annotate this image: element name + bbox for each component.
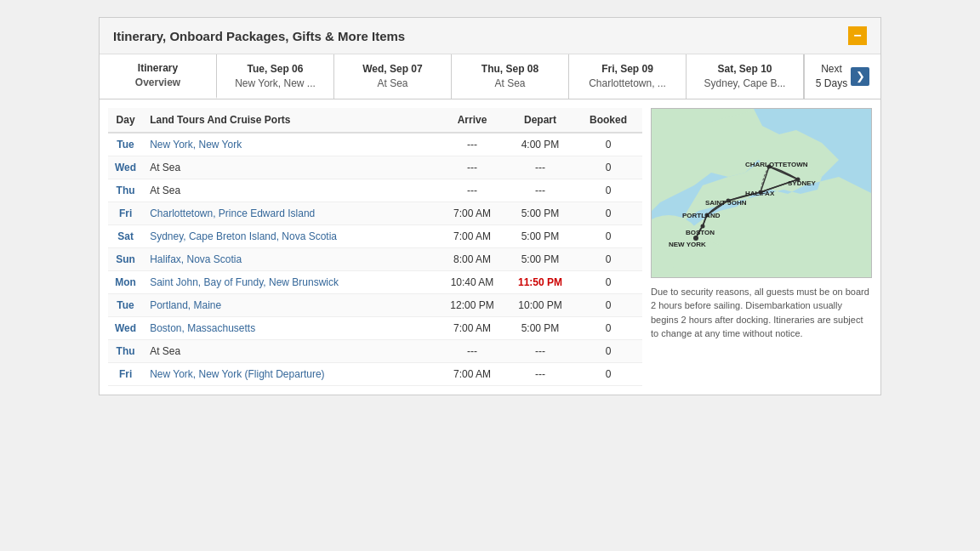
port-cell[interactable]: Halifax, Nova Scotia	[143, 247, 438, 270]
tab-line2: Charlottetown, ...	[574, 77, 681, 91]
port-cell[interactable]: New York, New York (Flight Departure)	[143, 362, 438, 385]
arrive-cell: ---	[438, 133, 506, 156]
arrive-cell: 7:00 AM	[438, 202, 506, 224]
svg-point-2	[701, 224, 705, 228]
tab-line2: At Sea	[339, 77, 446, 91]
depart-cell: 5:00 PM	[506, 316, 574, 339]
port-cell[interactable]: New York, New York	[143, 133, 438, 156]
day-cell: Sat	[108, 224, 143, 247]
svg-text:SYDNEY: SYDNEY	[788, 179, 817, 187]
arrive-cell: ---	[438, 179, 506, 202]
tab-line2: Overview	[105, 76, 211, 90]
depart-cell: 5:00 PM	[506, 202, 574, 224]
page-title: Itinerary, Onboard Packages, Gifts & Mor…	[113, 29, 405, 43]
table-row: WedBoston, Massachusetts7:00 AM5:00 PM0	[108, 316, 642, 339]
table-row: MonSaint John, Bay of Fundy, New Brunswi…	[108, 270, 642, 293]
day-cell: Tue	[108, 293, 143, 316]
col-header-booked: Booked	[574, 108, 642, 133]
arrive-cell: 7:00 AM	[438, 316, 506, 339]
day-cell: Wed	[108, 316, 143, 339]
content-area: Day Land Tours And Cruise Ports Arrive D…	[100, 99, 880, 395]
port-cell[interactable]: Boston, Massachusetts	[143, 316, 438, 339]
route-map: NEW YORK BOSTON PORTLAND SAINT JOHN HALI…	[651, 108, 872, 278]
svg-text:HALIFAX: HALIFAX	[745, 190, 775, 197]
table-row: SunHalifax, Nova Scotia8:00 AM5:00 PM0	[108, 247, 642, 270]
tabs-row: Itinerary Overview Tue, Sep 06 New York,…	[100, 54, 880, 99]
table-row: ThuAt Sea------0	[108, 179, 642, 202]
day-cell: Tue	[108, 133, 143, 156]
svg-text:BOSTON: BOSTON	[686, 229, 715, 236]
table-row: SatSydney, Cape Breton Island, Nova Scot…	[108, 224, 642, 247]
svg-text:PORTLAND: PORTLAND	[682, 212, 721, 219]
col-header-arrive: Arrive	[438, 108, 506, 133]
depart-cell: 4:00 PM	[506, 133, 574, 156]
table-row: TuePortland, Maine12:00 PM10:00 PM0	[108, 293, 642, 316]
booked-cell: 0	[574, 179, 642, 202]
itinerary-table-area: Day Land Tours And Cruise Ports Arrive D…	[108, 108, 642, 386]
tab-tue-sep06[interactable]: Tue, Sep 06 New York, New ...	[217, 54, 334, 99]
tab-itinerary-overview[interactable]: Itinerary Overview	[100, 54, 217, 99]
tab-line1: Sat, Sep 10	[692, 62, 798, 77]
booked-cell: 0	[574, 156, 642, 179]
port-cell: At Sea	[143, 339, 438, 362]
depart-cell: 11:50 PM	[506, 270, 574, 293]
day-cell: Thu	[108, 179, 143, 202]
arrive-cell: ---	[438, 339, 506, 362]
tab-thu-sep08[interactable]: Thu, Sep 08 At Sea	[452, 54, 569, 99]
table-row: TueNew York, New York---4:00 PM0	[108, 133, 642, 156]
tab-line1: Wed, Sep 07	[339, 62, 446, 77]
port-cell[interactable]: Saint John, Bay of Fundy, New Brunswick	[143, 270, 438, 293]
day-cell: Fri	[108, 362, 143, 385]
booked-cell: 0	[574, 362, 642, 385]
depart-cell: ---	[506, 362, 574, 385]
arrive-cell: 8:00 AM	[438, 247, 506, 270]
arrive-cell: 7:00 AM	[438, 362, 506, 385]
tab-line1: Thu, Sep 08	[457, 62, 563, 77]
port-cell[interactable]: Sydney, Cape Breton Island, Nova Scotia	[143, 224, 438, 247]
svg-text:SAINT JOHN: SAINT JOHN	[705, 199, 747, 207]
arrive-cell: 12:00 PM	[438, 293, 506, 316]
tab-line2: New York, New ...	[222, 77, 328, 91]
tab-next-button[interactable]: Next 5 Days ❯	[804, 54, 880, 99]
depart-cell: ---	[506, 339, 574, 362]
map-security-note: Due to security reasons, all guests must…	[651, 285, 872, 341]
next-arrow-icon: ❯	[851, 67, 869, 86]
table-row: FriNew York, New York (Flight Departure)…	[108, 362, 642, 385]
booked-cell: 0	[574, 202, 642, 224]
arrive-cell: ---	[438, 156, 506, 179]
booked-cell: 0	[574, 133, 642, 156]
day-cell: Wed	[108, 156, 143, 179]
svg-text:NEW YORK: NEW YORK	[669, 241, 706, 248]
booked-cell: 0	[574, 293, 642, 316]
next-label: Next	[821, 62, 842, 77]
tab-line1: Itinerary	[105, 61, 211, 76]
arrive-cell: 10:40 AM	[438, 270, 506, 293]
port-cell[interactable]: Charlottetown, Prince Edward Island	[143, 202, 438, 224]
tab-fri-sep09[interactable]: Fri, Sep 09 Charlottetown, ...	[569, 54, 687, 99]
col-header-depart: Depart	[506, 108, 574, 133]
table-row: WedAt Sea------0	[108, 156, 642, 179]
port-cell[interactable]: Portland, Maine	[143, 293, 438, 316]
booked-cell: 0	[574, 270, 642, 293]
booked-cell: 0	[574, 224, 642, 247]
port-cell: At Sea	[143, 156, 438, 179]
depart-cell: 5:00 PM	[506, 247, 574, 270]
svg-text:CHARLOTTETOWN: CHARLOTTETOWN	[745, 161, 808, 168]
day-cell: Mon	[108, 270, 143, 293]
arrive-cell: 7:00 AM	[438, 224, 506, 247]
tab-sat-sep10[interactable]: Sat, Sep 10 Sydney, Cape B...	[687, 54, 804, 99]
booked-cell: 0	[574, 339, 642, 362]
title-bar: Itinerary, Onboard Packages, Gifts & Mor…	[100, 18, 880, 54]
port-cell: At Sea	[143, 179, 438, 202]
day-cell: Thu	[108, 339, 143, 362]
day-cell: Sun	[108, 247, 143, 270]
col-header-day: Day	[108, 108, 143, 133]
main-container: Itinerary, Onboard Packages, Gifts & Mor…	[99, 17, 881, 395]
tab-line2: At Sea	[457, 77, 563, 91]
depart-cell: 5:00 PM	[506, 224, 574, 247]
tab-line1: Fri, Sep 09	[574, 62, 681, 77]
tab-line2: Sydney, Cape B...	[692, 77, 798, 91]
minimize-button[interactable]: −	[848, 26, 867, 45]
table-row: FriCharlottetown, Prince Edward Island7:…	[108, 202, 642, 224]
tab-wed-sep07[interactable]: Wed, Sep 07 At Sea	[334, 54, 452, 99]
